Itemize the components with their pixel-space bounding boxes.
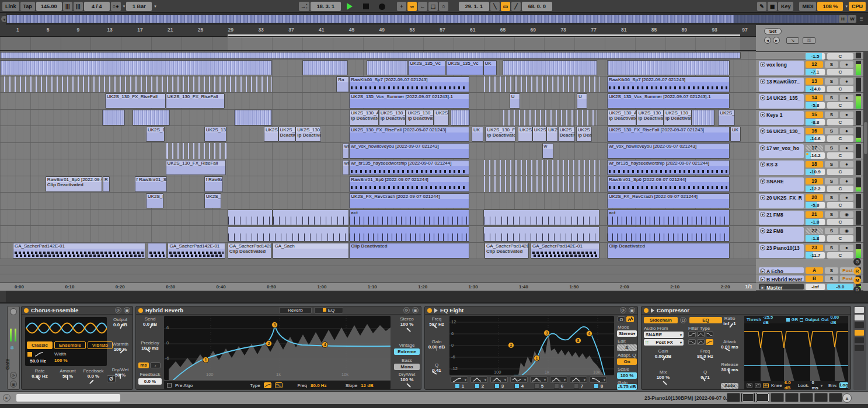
filter-lowpass-icon[interactable]	[688, 339, 696, 345]
tab-eq[interactable]: EQ	[314, 307, 344, 313]
clip[interactable]: UK2S_130_Aip Deactivate	[664, 110, 692, 125]
eq-band-5[interactable]: ▾5	[529, 376, 549, 389]
fold-icon[interactable]: ▾	[760, 128, 765, 134]
clip[interactable]: wr_vox_howiloveyou [2022-09-07 021243]	[607, 143, 730, 159]
clip[interactable]	[503, 60, 597, 76]
clip[interactable]	[102, 110, 125, 125]
eq-band-handle-2[interactable]: 2	[508, 342, 514, 348]
audition-icon[interactable]: Ω	[618, 316, 625, 322]
volume-field[interactable]: -8.8	[806, 119, 825, 125]
panel-box[interactable]	[855, 307, 864, 313]
optimize-width-icon[interactable]: ↘	[786, 37, 799, 44]
punch-in-button[interactable]: ╲	[490, 2, 500, 11]
clip[interactable]: GA_SacherPad142E-01	[13, 243, 145, 259]
return-name[interactable]: ▸B Hybrid Rever	[759, 276, 804, 281]
track-header[interactable]: ▾KS 318S●-10.9C	[756, 160, 863, 176]
fold-icon[interactable]: ▾	[760, 112, 765, 117]
track-name[interactable]: ▾22 FM8	[759, 227, 804, 242]
hot-swap-icon[interactable]: ⟳	[403, 307, 410, 313]
clip[interactable]: UK2S_130_FX_RiseFall [2022-09-07 021243]	[349, 127, 469, 142]
track-header[interactable]: ▾13 RawKik07_13S●-14.0C	[756, 77, 863, 93]
envelope-mode-toggle[interactable]: Log	[839, 382, 848, 388]
save-preset-icon[interactable]: ▣	[124, 307, 130, 313]
band-toggle[interactable]	[594, 383, 599, 389]
fold-icon[interactable]: ▾	[760, 228, 765, 233]
show-hide-device-view-icon[interactable]: ▲	[842, 393, 852, 403]
pan-field[interactable]: C	[827, 86, 853, 92]
clip[interactable]: UK2S_130_FX_RiseFall	[166, 93, 225, 109]
slope-value[interactable]: 12 dB	[361, 383, 374, 388]
filter-type-dropdown[interactable]: ▾	[530, 376, 548, 383]
panel-box[interactable]	[855, 337, 864, 343]
clip[interactable]: RawKik06_Sp7 [2022-09-07 021243]	[349, 76, 469, 92]
track-name[interactable]: ▾16 UK2S_130_	[759, 127, 804, 142]
panel-box[interactable]	[855, 330, 864, 336]
mix-knob-group[interactable]: Mix 100 %	[650, 369, 677, 380]
clip[interactable]: UK2S_13	[204, 127, 227, 142]
arm-button[interactable]: ●	[840, 61, 853, 68]
ms-mode-button[interactable]: ms	[138, 362, 149, 368]
adaptq-toggle[interactable]: On	[617, 358, 637, 365]
link-button[interactable]: Link	[2, 2, 19, 11]
mode-ensemble-button[interactable]: Ensemble	[54, 341, 86, 349]
clip[interactable]: UK2S_1Deactiv	[278, 127, 296, 142]
key-map-button[interactable]: Key	[778, 2, 794, 11]
filter-bell-icon[interactable]	[697, 332, 705, 337]
volume-field[interactable]: -14.6	[806, 135, 825, 142]
pan-field[interactable]: C	[827, 252, 853, 259]
device-gate-collapsed[interactable]: ❄ Gate ⟳ ▣	[7, 306, 20, 390]
volume-field[interactable]: -1.8	[806, 235, 825, 242]
feedback-value[interactable]: 0.0 %	[80, 374, 107, 379]
device-activator[interactable]	[427, 308, 432, 313]
clip[interactable]	[0, 52, 741, 59]
track-name[interactable]: ▾17 wr_vox_ho	[759, 144, 804, 159]
freq-knob-group[interactable]: Freq 80.0 Hz	[692, 348, 719, 359]
clip[interactable]: U	[510, 93, 520, 109]
drywet-knob-group[interactable]: Dry/Wet 50 %	[107, 367, 134, 378]
clip[interactable]: UK	[483, 60, 497, 76]
clip[interactable]: UK2S_F	[146, 193, 163, 209]
clip[interactable]: UK2S_130_Aip Deactivat	[379, 110, 406, 125]
filter-type-dropdown[interactable]: ▾	[470, 376, 488, 383]
volume-field[interactable]: -7.1	[806, 69, 825, 75]
clip[interactable]: UK2S_130_Aip Deactivate	[349, 110, 379, 125]
filter-type-dropdown[interactable]: ▾	[570, 376, 587, 383]
stereo-value[interactable]: 100 %	[393, 322, 420, 327]
arrangement-overview[interactable]	[6, 14, 853, 24]
clip[interactable]	[166, 143, 227, 159]
arm-button[interactable]: ●	[840, 245, 853, 251]
clip[interactable]: GA_SacherPad142EClip Deactivated	[228, 243, 271, 259]
hp-freq-value[interactable]: 50.0 Hz	[26, 358, 50, 364]
computer-midi-keyboard-icon[interactable]: ▦	[768, 2, 777, 11]
pan-field[interactable]: C	[827, 135, 853, 142]
nudge-up-icon[interactable]: |||	[74, 2, 83, 11]
clip[interactable]: UK2S	[434, 110, 449, 125]
save-preset-icon[interactable]: ▣	[10, 381, 17, 388]
eq-point-4[interactable]: 4	[322, 341, 328, 348]
cpu-load-meter[interactable]: 108 %	[817, 2, 843, 11]
show-hide-w-button[interactable]: W	[848, 15, 856, 23]
clip[interactable]	[302, 60, 348, 76]
solo-button[interactable]: S	[825, 178, 838, 184]
clip[interactable]: U	[577, 93, 587, 109]
device-activator[interactable]	[644, 308, 649, 313]
volume-field[interactable]: -1.8	[806, 219, 825, 225]
clip[interactable]: GA_SacherPad142E-01	[531, 243, 599, 259]
clip[interactable]	[0, 60, 272, 76]
panel-box[interactable]	[855, 345, 864, 351]
track-name[interactable]: ▾vox long	[759, 61, 804, 75]
clip[interactable]: UK	[472, 127, 483, 142]
clip[interactable]: UK2	[546, 127, 557, 142]
time-signature-field[interactable]: 4 / 4	[84, 2, 110, 11]
return-track-header[interactable]: ▸A EchoASPost	[756, 267, 863, 274]
nudge-down-icon[interactable]: |||	[63, 2, 72, 11]
gain-knob-group[interactable]: Gain 0.00 dB	[423, 339, 450, 350]
device-header[interactable]: Chorus-Ensemble ⟳ ▣	[22, 306, 133, 315]
track-header[interactable]: ▾16 UK2S_130_16S●-14.6C	[756, 127, 863, 143]
filter-lowshelf-icon[interactable]	[688, 332, 696, 337]
fold-icon[interactable]: ▾	[760, 95, 765, 100]
eq-point-1[interactable]: 1	[203, 357, 209, 363]
fold-icon[interactable]: ▾	[760, 245, 765, 250]
filter-type-dropdown[interactable]: ▾	[451, 376, 468, 383]
eq-band-8[interactable]: ▾8	[588, 376, 608, 389]
